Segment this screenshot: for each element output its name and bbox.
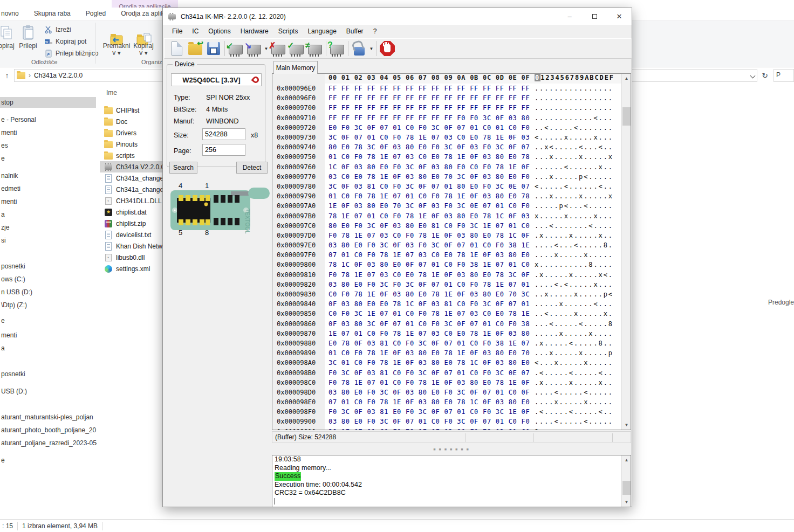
- menu-language[interactable]: Language: [303, 26, 341, 37]
- menu-buffer[interactable]: Buffer: [341, 26, 368, 37]
- hex-ascii[interactable]: ................: [532, 104, 613, 112]
- hex-bytes[interactable]: 03 80 E0 F0 3C 0F 07 01 C0 F0 3C 0F 07 0…: [325, 418, 532, 425]
- hex-bytes[interactable]: 38 1E 07 01 C0 F0 78 1E 0F 03 80 F0 78 0…: [325, 428, 532, 430]
- sidebar-item[interactable]: menti: [0, 196, 97, 207]
- size-input[interactable]: [202, 128, 245, 140]
- unprotect-button[interactable]: [350, 40, 368, 57]
- scroll-up-arrow[interactable]: ▲: [622, 455, 631, 465]
- hex-ascii[interactable]: ................: [532, 94, 613, 102]
- hex-row[interactable]: 0x000097803C 0F 03 81 C0 F0 3C 0F 07 01 …: [272, 182, 631, 191]
- hex-row[interactable]: 0x000098B0F0 3C 0F 03 81 C0 F0 3C 0F 07 …: [272, 368, 631, 377]
- ribbon-tab-pogled[interactable]: Pogled: [78, 8, 113, 20]
- open-file-button[interactable]: ↩: [186, 40, 204, 57]
- hex-row[interactable]: 0x000097D0F0 78 1E 07 03 C0 F0 78 1E 0F …: [272, 231, 631, 240]
- hex-bytes[interactable]: F0 3C 0F 03 81 E0 F0 3C 0F 07 01 C0 F0 3…: [325, 408, 532, 416]
- hex-bytes[interactable]: 80 E0 78 3C 0F 03 80 E0 F0 3C 0F 03 F0 3…: [325, 143, 532, 151]
- erase-chip-button[interactable]: ✗: [269, 40, 288, 57]
- hex-bytes[interactable]: FF FF FF FF FF FF FF FF FF FF FF FF FF F…: [325, 104, 532, 112]
- sidebar-item[interactable]: n USB (D:): [0, 287, 97, 298]
- hex-bytes[interactable]: 1C 0F 03 80 E0 F0 3C 0F 03 80 E0 C0 F0 7…: [325, 163, 532, 171]
- hex-ascii[interactable]: ...x.....x.....x: [532, 192, 613, 200]
- search-button[interactable]: Search: [169, 162, 197, 174]
- hex-row[interactable]: 0x0000980078 1C 0F 03 80 E0 0F 07 01 C0 …: [272, 260, 631, 270]
- hex-bytes[interactable]: 03 C0 E0 78 1E 0F 03 80 E0 70 3C 0F 03 8…: [325, 173, 532, 181]
- hex-row[interactable]: 0x000097303C 0F 07 01 C0 F0 78 1E 07 03 …: [272, 133, 631, 142]
- sidebar-item[interactable]: a: [0, 209, 97, 220]
- hex-row[interactable]: 0x000097B078 1E 07 01 C0 F0 78 1E 0F 03 …: [272, 211, 631, 220]
- hex-bytes[interactable]: 80 E0 F0 3C 0F 03 80 E0 81 C0 F0 3C 1E 0…: [325, 222, 532, 230]
- hex-ascii[interactable]: ....x.....x.....: [532, 251, 613, 259]
- hex-bytes[interactable]: 0F 03 80 E0 E0 78 1C 0F 03 81 C0 F0 3C 0…: [325, 300, 532, 308]
- column-header-name[interactable]: Ime: [106, 89, 117, 96]
- hex-row[interactable]: 0x0000979001 C0 F0 78 1E 07 01 C0 F0 78 …: [272, 191, 631, 201]
- hex-row[interactable]: 0x000098600F 03 80 3C 0F 07 01 C0 F0 3C …: [272, 319, 631, 329]
- hex-ascii[interactable]: ..x<.....<...<..: [532, 143, 613, 151]
- close-button[interactable]: ✕: [607, 8, 632, 25]
- hex-row[interactable]: 0x000097E003 80 E0 F0 3C 0F 03 F0 3C 0F …: [272, 240, 631, 250]
- sidebar-item[interactable]: es: [0, 140, 97, 151]
- hex-ascii[interactable]: ....x.....x.....: [532, 398, 613, 406]
- read-chip-button[interactable]: ↙: [227, 40, 245, 57]
- hex-row[interactable]: 0x00009850C0 F0 3C 1E 07 01 C0 F0 78 1E …: [272, 309, 631, 319]
- sidebar-item[interactable]: si: [0, 235, 97, 246]
- hex-ascii[interactable]: .....x.....x....: [532, 330, 613, 337]
- hex-bytes[interactable]: 78 1E 07 01 C0 F0 78 1E 0F 03 80 E0 78 1…: [325, 212, 532, 220]
- ribbon-tab-novno[interactable]: novno: [0, 8, 26, 20]
- sidebar-item[interactable]: ows (C:): [0, 274, 97, 285]
- hex-bytes[interactable]: 01 C0 F0 78 1E 07 03 C0 E0 78 1E 0F 03 8…: [325, 153, 532, 161]
- sidebar-item[interactable]: USB (D:): [0, 386, 97, 397]
- hex-ascii[interactable]: x..........8....: [532, 261, 613, 268]
- sidebar-item[interactable]: zje: [0, 222, 97, 233]
- hex-bytes[interactable]: 07 01 C0 F0 78 1E 0F 03 80 E0 78 1C 0F 0…: [325, 398, 532, 406]
- log-panel[interactable]: 19:03:58Reading memory...SuccessExecutio…: [272, 455, 631, 507]
- breadcrumb[interactable]: Ch341a V2.2.0.0: [34, 72, 83, 79]
- hex-bytes[interactable]: E0 F0 3C 0F 07 01 C0 F0 3C 0F 07 01 C0 0…: [325, 124, 532, 132]
- address-dropdown-chevron[interactable]: [751, 72, 755, 79]
- hex-bytes[interactable]: 3C 01 C0 F0 78 1E 0F 03 80 E0 78 1C 0F 0…: [325, 359, 532, 367]
- hex-row[interactable]: 0x000098F0F0 3C 0F 03 81 E0 F0 3C 0F 07 …: [272, 407, 631, 417]
- log-scrollbar[interactable]: ▲ ▼: [621, 455, 631, 507]
- sidebar-item[interactable]: aturant_maturantski-ples_poljan: [0, 412, 97, 423]
- hex-ascii[interactable]: ....<...<.....8.: [532, 241, 613, 249]
- hex-bytes[interactable]: 03 80 E0 F0 3C 0F 03 80 E0 F0 3C 0F 07 0…: [325, 389, 532, 396]
- hex-row[interactable]: 0x000097C080 E0 F0 3C 0F 03 80 E0 81 C0 …: [272, 221, 631, 231]
- hex-bytes[interactable]: C0 F0 3C 1E 07 01 C0 F0 78 1E 07 03 C0 E…: [325, 310, 532, 317]
- menu-help[interactable]: ?: [368, 26, 382, 37]
- sidebar-item[interactable]: \Dtp) (Z:): [0, 300, 97, 310]
- page-input[interactable]: [202, 144, 245, 156]
- scroll-up-arrow[interactable]: ▲: [622, 74, 631, 83]
- hex-ascii[interactable]: .x.....x.....x..: [532, 379, 613, 386]
- scroll-down-arrow[interactable]: ▼: [622, 420, 631, 430]
- verify-chip-button[interactable]: ✓: [288, 40, 306, 57]
- menu-hardware[interactable]: Hardware: [236, 26, 273, 37]
- sidebar-item[interactable]: posnetki: [0, 261, 97, 272]
- hex-ascii[interactable]: ....<.....<.....: [532, 418, 613, 425]
- hex-ascii[interactable]: ....<.<.....x...: [532, 281, 613, 288]
- hex-ascii[interactable]: .....p<...<.....: [532, 202, 613, 210]
- hex-bytes[interactable]: F0 78 1E 07 03 C0 E0 78 1E 0F 03 80 E0 7…: [325, 271, 532, 279]
- sidebar-item[interactable]: a: [0, 343, 97, 354]
- pdf-datasheet-icon[interactable]: [251, 75, 260, 84]
- hex-bytes[interactable]: 01 C0 F0 78 1E 0F 03 80 E0 78 1E 0F 03 8…: [325, 349, 532, 357]
- hex-row[interactable]: 0x0000974080 E0 78 3C 0F 03 80 E0 F0 3C …: [272, 142, 631, 152]
- hex-bytes[interactable]: 3C 0F 07 01 C0 F0 78 1E 07 03 C0 E0 78 1…: [325, 134, 532, 141]
- hex-row[interactable]: 0x000097F007 01 C0 F0 78 1E 07 03 C0 E0 …: [272, 250, 631, 260]
- sidebar-item[interactable]: stop: [0, 97, 96, 108]
- hex-row[interactable]: 0x0000982003 80 E0 F0 3C F0 3C 0F 07 01 …: [272, 280, 631, 289]
- hex-ascii[interactable]: .<.....<.....<..: [532, 369, 613, 377]
- hex-row[interactable]: 0x0000990003 80 E0 F0 3C 0F 07 01 C0 F0 …: [272, 417, 631, 426]
- save-file-button[interactable]: [204, 40, 223, 57]
- sidebar-item[interactable]: menti: [0, 127, 97, 138]
- scroll-down-arrow[interactable]: ▼: [622, 498, 631, 507]
- hex-row[interactable]: 0x000096F0FF FF FF FF FF FF FF FF FF FF …: [272, 93, 631, 103]
- hex-bytes[interactable]: 0F 03 80 3C 0F 07 01 C0 F0 3C 0F 07 01 C…: [325, 320, 532, 328]
- maximize-button[interactable]: [582, 8, 607, 25]
- hex-ascii[interactable]: <.....<......<..: [532, 183, 613, 190]
- hex-row[interactable]: 0x000098A03C 01 C0 F0 78 1E 0F 03 80 E0 …: [272, 358, 631, 368]
- write-chip-button[interactable]: ↘: [245, 40, 263, 57]
- hex-ascii[interactable]: ...x.....p<.....: [532, 173, 613, 181]
- hex-row[interactable]: 0x0000977003 C0 E0 78 1E 0F 03 80 E0 70 …: [272, 172, 631, 182]
- hex-ascii[interactable]: <.....x.....x...: [532, 134, 613, 141]
- sidebar-item[interactable]: menti: [0, 330, 97, 341]
- hex-bytes[interactable]: 3C 0F 03 81 C0 F0 3C 0F 07 01 80 E0 F0 3…: [325, 183, 532, 190]
